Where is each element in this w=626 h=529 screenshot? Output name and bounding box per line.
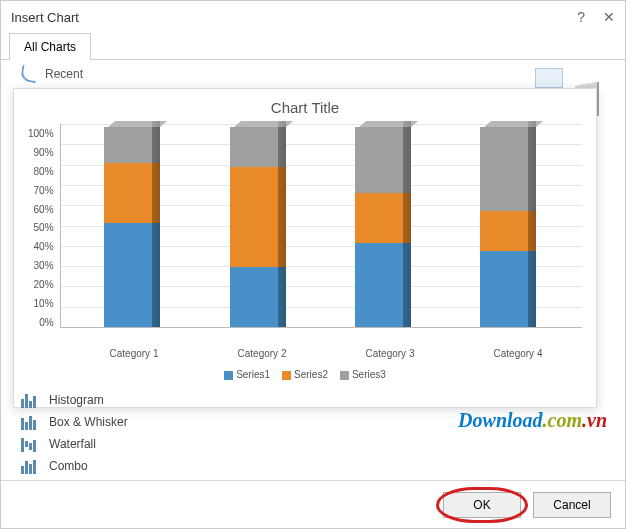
titlebar: Insert Chart ? ✕ xyxy=(1,1,625,29)
xtick: Category 3 xyxy=(366,348,415,359)
box-whisker-icon xyxy=(21,414,39,430)
plot: 100% 90% 80% 70% 60% 50% 40% 30% 20% 10%… xyxy=(28,124,582,344)
sidebar-item-box-whisker[interactable]: Box & Whisker xyxy=(21,414,128,430)
sidebar-item-label: Box & Whisker xyxy=(49,415,128,429)
ytick: 10% xyxy=(28,298,54,309)
dialog-footer: OK Cancel xyxy=(1,480,625,528)
bar xyxy=(230,127,288,327)
legend-item: Series2 xyxy=(282,369,328,380)
plot-area xyxy=(60,124,582,328)
sidebar-item-combo[interactable]: Combo xyxy=(21,458,128,474)
sidebar-item-waterfall[interactable]: Waterfall xyxy=(21,436,128,452)
chart-preview[interactable]: Chart Title 100% 90% 80% 70% 60% 50% 40%… xyxy=(13,88,597,408)
ytick: 0% xyxy=(28,317,54,328)
bar xyxy=(480,127,538,327)
ytick: 50% xyxy=(28,222,54,233)
sidebar-item-recent[interactable]: Recent xyxy=(21,66,83,82)
close-icon[interactable]: ✕ xyxy=(603,9,615,25)
tabs: All Charts xyxy=(1,33,625,60)
ytick: 30% xyxy=(28,260,54,271)
chart-subtype-selected[interactable] xyxy=(535,68,563,88)
ytick: 90% xyxy=(28,147,54,158)
xtick: Category 2 xyxy=(238,348,287,359)
ytick: 60% xyxy=(28,204,54,215)
sidebar-item-histogram[interactable]: Histogram xyxy=(21,392,128,408)
tab-all-charts[interactable]: All Charts xyxy=(9,33,91,60)
xtick: Category 4 xyxy=(494,348,543,359)
legend: Series1 Series2 Series3 xyxy=(28,369,582,380)
combo-icon xyxy=(21,458,39,474)
sidebar-item-label: Histogram xyxy=(49,393,104,407)
chart-title: Chart Title xyxy=(28,99,582,116)
legend-item: Series1 xyxy=(224,369,270,380)
ytick: 80% xyxy=(28,166,54,177)
watermark: Download.com.vn xyxy=(458,409,607,432)
xtick: Category 1 xyxy=(110,348,159,359)
y-axis: 100% 90% 80% 70% 60% 50% 40% 30% 20% 10%… xyxy=(28,128,60,328)
cancel-button[interactable]: Cancel xyxy=(533,492,611,518)
legend-item: Series3 xyxy=(340,369,386,380)
help-icon[interactable]: ? xyxy=(577,9,585,25)
histogram-icon xyxy=(21,392,39,408)
ytick: 70% xyxy=(28,185,54,196)
recent-icon xyxy=(20,65,39,84)
ytick: 20% xyxy=(28,279,54,290)
bar xyxy=(355,127,413,327)
ytick: 40% xyxy=(28,241,54,252)
bar xyxy=(104,127,162,327)
x-axis: Category 1 Category 2 Category 3 Categor… xyxy=(70,348,582,359)
sidebar-item-label: Combo xyxy=(49,459,88,473)
ok-button[interactable]: OK xyxy=(443,492,521,518)
ytick: 100% xyxy=(28,128,54,139)
sidebar-chart-types: Histogram Box & Whisker Waterfall Combo xyxy=(21,392,128,474)
sidebar-item-label: Recent xyxy=(45,67,83,81)
waterfall-icon xyxy=(21,436,39,452)
dialog-title: Insert Chart xyxy=(11,10,577,25)
content-area: Recent Chart Title 100% 90% 80% 70% 60% … xyxy=(1,60,625,480)
sidebar-item-label: Waterfall xyxy=(49,437,96,451)
